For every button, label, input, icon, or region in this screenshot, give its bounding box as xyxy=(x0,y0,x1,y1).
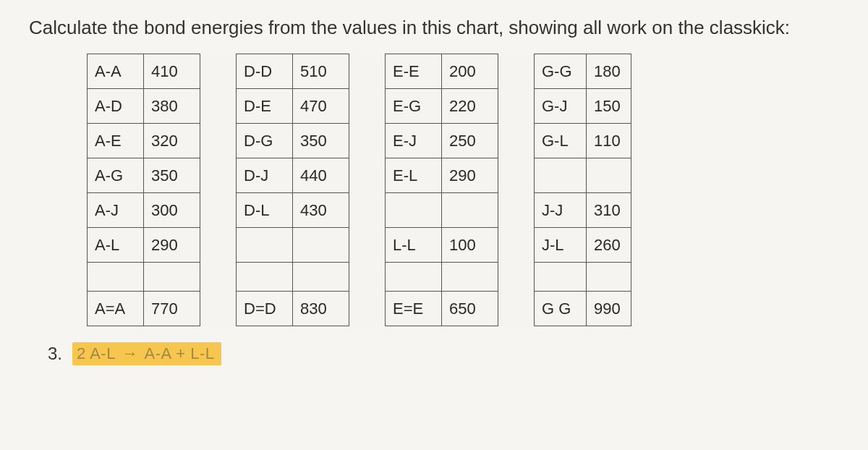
bond-cell: D-L xyxy=(237,193,293,228)
bond-cell: G-L xyxy=(535,124,587,158)
instruction-text: Calculate the bond energies from the val… xyxy=(29,14,839,41)
bond-cell: D-G xyxy=(237,124,293,158)
bond-cell: L-L xyxy=(386,228,442,263)
spacer-cell xyxy=(349,124,386,158)
value-cell xyxy=(587,158,631,193)
bond-cell: A=A xyxy=(88,292,144,326)
spacer-cell xyxy=(349,292,386,326)
bond-cell xyxy=(535,158,587,193)
bond-cell: G-J xyxy=(535,89,587,124)
spacer-cell xyxy=(200,124,237,158)
value-cell: 290 xyxy=(442,158,498,193)
spacer-cell xyxy=(200,54,237,89)
table-row: A=A770D=D830E=E650G G990 xyxy=(88,292,631,326)
spacer-cell xyxy=(498,54,535,89)
spacer-cell xyxy=(200,158,237,193)
table-row: A-E320D-G350E-J250G-L110 xyxy=(88,124,631,158)
value-cell: 250 xyxy=(442,124,498,158)
spacer-cell xyxy=(200,89,237,124)
spacer-cell xyxy=(498,158,535,193)
spacer-cell xyxy=(349,89,386,124)
spacer-cell xyxy=(349,54,386,89)
value-cell: 320 xyxy=(144,124,200,158)
bond-cell: J-J xyxy=(535,193,587,228)
spacer-cell xyxy=(349,228,386,263)
spacer-cell xyxy=(498,193,535,228)
value-cell: 380 xyxy=(144,89,200,124)
bond-table-container: A-A410D-D510E-E200G-G180A-D380D-E470E-G2… xyxy=(87,54,839,326)
bond-cell: E-G xyxy=(386,89,442,124)
table-row: A-D380D-E470E-G220G-J150 xyxy=(88,89,631,124)
bond-cell: D-E xyxy=(237,89,293,124)
spacer-cell xyxy=(349,193,386,228)
value-cell xyxy=(442,263,498,292)
bond-cell: A-J xyxy=(88,193,144,228)
spacer-cell xyxy=(200,193,237,228)
reactant: 2 A-L xyxy=(77,344,115,362)
bond-energy-table: A-A410D-D510E-E200G-G180A-D380D-E470E-G2… xyxy=(87,54,631,326)
value-cell: 990 xyxy=(587,292,631,326)
spacer-cell xyxy=(349,263,386,292)
value-cell: 430 xyxy=(293,193,349,228)
bond-cell: J-L xyxy=(535,228,587,263)
value-cell: 180 xyxy=(587,54,631,89)
bond-cell: G G xyxy=(535,292,587,326)
value-cell xyxy=(293,228,349,263)
value-cell: 350 xyxy=(293,124,349,158)
bond-cell: E-L xyxy=(386,158,442,193)
arrow-icon: → xyxy=(120,344,141,362)
spacer-cell xyxy=(200,263,237,292)
value-cell xyxy=(293,263,349,292)
bond-cell: A-A xyxy=(88,54,144,89)
value-cell: 310 xyxy=(587,193,631,228)
bond-cell: E-E xyxy=(386,54,442,89)
question-3: 3. 2 A-L → A-A + L-L xyxy=(48,342,839,365)
spacer-cell xyxy=(349,158,386,193)
bond-cell: A-E xyxy=(88,124,144,158)
bond-cell: G-G xyxy=(535,54,587,89)
bond-cell: D=D xyxy=(237,292,293,326)
spacer-cell xyxy=(498,124,535,158)
value-cell: 510 xyxy=(293,54,349,89)
spacer-cell xyxy=(498,292,535,326)
table-row xyxy=(88,263,631,292)
bond-cell: E-J xyxy=(386,124,442,158)
bond-cell xyxy=(386,193,442,228)
table-row: A-G350D-J440E-L290 xyxy=(88,158,631,193)
bond-cell xyxy=(237,263,293,292)
bond-cell xyxy=(88,263,144,292)
bond-cell xyxy=(237,228,293,263)
question-number: 3. xyxy=(48,344,62,364)
table-row: A-J300D-L430J-J310 xyxy=(88,193,631,228)
value-cell: 650 xyxy=(442,292,498,326)
value-cell: 100 xyxy=(442,228,498,263)
spacer-cell xyxy=(498,228,535,263)
value-cell: 830 xyxy=(293,292,349,326)
value-cell: 410 xyxy=(144,54,200,89)
bond-cell xyxy=(386,263,442,292)
value-cell: 440 xyxy=(293,158,349,193)
value-cell: 150 xyxy=(587,89,631,124)
value-cell: 290 xyxy=(144,228,200,263)
value-cell: 260 xyxy=(587,228,631,263)
value-cell: 470 xyxy=(293,89,349,124)
value-cell: 350 xyxy=(144,158,200,193)
value-cell xyxy=(587,263,631,292)
highlighted-equation: 2 A-L → A-A + L-L xyxy=(72,342,221,365)
value-cell: 300 xyxy=(144,193,200,228)
bond-cell: A-G xyxy=(88,158,144,193)
table-row: A-A410D-D510E-E200G-G180 xyxy=(88,54,631,89)
value-cell xyxy=(144,263,200,292)
spacer-cell xyxy=(498,89,535,124)
spacer-cell xyxy=(200,228,237,263)
bond-cell: A-L xyxy=(88,228,144,263)
bond-cell xyxy=(535,263,587,292)
value-cell: 220 xyxy=(442,89,498,124)
value-cell xyxy=(442,193,498,228)
spacer-cell xyxy=(498,263,535,292)
value-cell: 770 xyxy=(144,292,200,326)
spacer-cell xyxy=(200,292,237,326)
bond-cell: D-D xyxy=(237,54,293,89)
value-cell: 110 xyxy=(587,124,631,158)
bond-cell: E=E xyxy=(386,292,442,326)
